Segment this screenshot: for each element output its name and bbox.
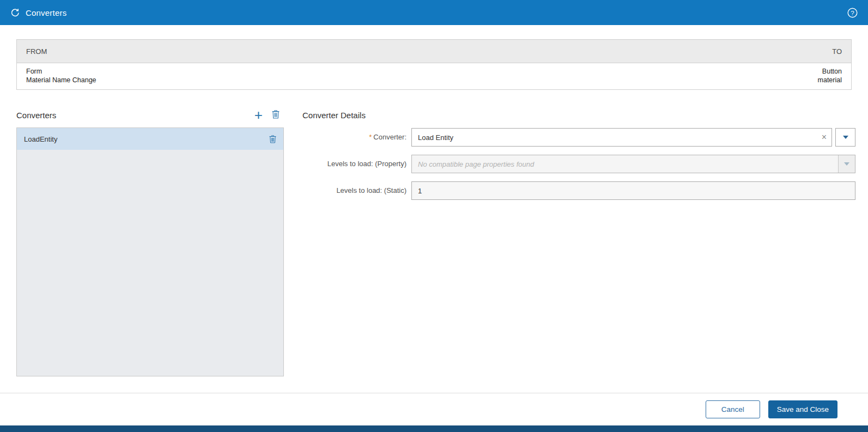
- levels-property-input: [412, 155, 838, 173]
- levels-property-combobox: [411, 155, 855, 173]
- chevron-down-icon: [844, 162, 849, 166]
- levels-property-label: Levels to load: (Property): [302, 160, 411, 168]
- trash-icon: [272, 110, 280, 120]
- converters-list: LoadEntity: [16, 127, 284, 376]
- converter-field-row: *Converter: ×: [302, 128, 855, 147]
- from-column-header: FROM: [26, 47, 47, 56]
- titlebar: Converters ?: [0, 0, 868, 25]
- mapping-to-type: Button: [818, 67, 842, 76]
- converter-sync-icon: [10, 8, 20, 17]
- mapping-from-name: Material Name Change: [26, 76, 96, 84]
- main-content: Converters +: [0, 107, 868, 376]
- levels-static-label: Levels to load: (Static): [302, 186, 411, 195]
- converter-field-label: *Converter:: [302, 133, 411, 142]
- cancel-button[interactable]: Cancel: [706, 400, 760, 418]
- mapping-table-header: FROM TO: [17, 40, 851, 63]
- save-and-close-button[interactable]: Save and Close: [768, 400, 837, 418]
- levels-static-input[interactable]: [411, 181, 855, 200]
- converter-details-panel: Converter Details *Converter: ×: [284, 107, 855, 376]
- delete-converter-button[interactable]: [272, 110, 280, 120]
- required-marker: *: [369, 133, 372, 141]
- mapping-to-name: material: [818, 76, 842, 84]
- converter-combobox[interactable]: ×: [411, 128, 832, 147]
- levels-property-dropdown-button: [838, 155, 855, 173]
- page-title: Converters: [26, 8, 66, 17]
- converters-panel: Converters +: [16, 107, 284, 376]
- mapping-from-cell: Form Material Name Change: [26, 67, 96, 84]
- to-column-header: TO: [832, 47, 842, 56]
- converters-panel-title: Converters: [16, 111, 56, 120]
- mapping-from-type: Form: [26, 67, 96, 76]
- chevron-down-icon: [843, 136, 848, 139]
- converter-list-item[interactable]: LoadEntity: [17, 128, 283, 150]
- dialog-footer: Cancel Save and Close: [0, 393, 868, 425]
- help-icon[interactable]: ?: [847, 8, 858, 18]
- levels-property-field-row: Levels to load: (Property): [302, 155, 855, 173]
- converter-list-item-label: LoadEntity: [24, 135, 57, 143]
- converters-dialog: Converters ? FROM TO Form Material Name …: [0, 0, 868, 432]
- mapping-row[interactable]: Form Material Name Change Button materia…: [17, 63, 851, 89]
- plus-icon: +: [254, 109, 263, 120]
- bottom-bar: [0, 425, 868, 432]
- converter-details-title: Converter Details: [302, 107, 855, 123]
- mapping-table: FROM TO Form Material Name Change Button…: [16, 39, 852, 90]
- levels-static-field-row: Levels to load: (Static): [302, 181, 855, 200]
- svg-text:?: ?: [851, 9, 854, 16]
- converter-dropdown-button[interactable]: [835, 128, 855, 147]
- converters-panel-header: Converters +: [16, 107, 284, 123]
- clear-icon[interactable]: ×: [822, 133, 827, 142]
- mapping-to-cell: Button material: [818, 67, 842, 84]
- add-converter-button[interactable]: +: [254, 109, 263, 120]
- converter-input[interactable]: [412, 129, 831, 146]
- delete-converter-item-icon[interactable]: [269, 135, 276, 143]
